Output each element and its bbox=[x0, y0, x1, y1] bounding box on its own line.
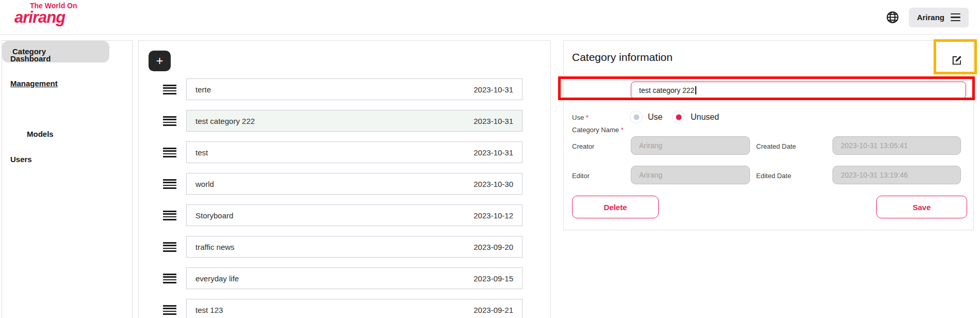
user-menu-label: Arirang bbox=[917, 13, 944, 22]
drag-handle-icon[interactable] bbox=[163, 242, 176, 252]
sidebar-item-models[interactable]: Models bbox=[27, 130, 54, 138]
category-row-date: 2023-09-15 bbox=[473, 274, 513, 283]
created-date-label: Created Date bbox=[756, 142, 796, 150]
category-row[interactable]: test 1232023-09-21 bbox=[163, 299, 522, 318]
use-label: Use * bbox=[572, 114, 589, 121]
arirang-logo[interactable]: The World On arirang bbox=[14, 2, 77, 25]
radio-unused[interactable] bbox=[672, 110, 685, 123]
required-asterisk: * bbox=[621, 126, 624, 134]
save-button[interactable]: Save bbox=[876, 196, 967, 218]
panel-title: Category information bbox=[572, 51, 673, 63]
category-row-name: test category 222 bbox=[195, 117, 255, 125]
category-row-date: 2023-10-31 bbox=[473, 85, 513, 94]
category-row[interactable]: terte2023-10-31 bbox=[163, 78, 522, 100]
category-information-panel: Category information Category Name * tes… bbox=[563, 40, 974, 230]
drag-handle-icon[interactable] bbox=[163, 148, 176, 157]
category-row-name: everyday life bbox=[195, 274, 239, 283]
drag-handle-icon[interactable] bbox=[163, 274, 176, 283]
hamburger-icon bbox=[951, 13, 960, 21]
category-row-name: test 123 bbox=[195, 306, 223, 314]
editor-label: Editor bbox=[572, 172, 590, 180]
creator-label: Creator bbox=[572, 142, 594, 150]
editor-input: Arirang bbox=[631, 166, 750, 184]
category-row-name: Storyboard bbox=[195, 211, 233, 220]
sidebar-item-users[interactable]: Users bbox=[10, 155, 32, 164]
edit-button[interactable] bbox=[951, 54, 963, 67]
category-row[interactable]: test2023-10-31 bbox=[163, 141, 522, 163]
user-menu-button[interactable]: Arirang bbox=[909, 8, 969, 27]
delete-button[interactable]: Delete bbox=[572, 196, 659, 218]
category-row-date: 2023-10-12 bbox=[473, 211, 513, 220]
category-list-panel: + terte2023-10-31 test category 2222023-… bbox=[138, 40, 551, 318]
add-category-button[interactable]: + bbox=[149, 51, 171, 71]
edit-pencil-icon bbox=[951, 54, 963, 67]
required-asterisk: * bbox=[586, 114, 589, 121]
drag-handle-icon[interactable] bbox=[163, 305, 176, 315]
drag-handle-icon[interactable] bbox=[163, 211, 176, 220]
drag-handle-icon[interactable] bbox=[163, 179, 176, 189]
sidebar-nav: Dashboard Management Category Models Use… bbox=[2, 40, 133, 318]
text-cursor bbox=[695, 86, 696, 94]
category-row-date: 2023-09-20 bbox=[473, 243, 513, 251]
header-actions: Arirang bbox=[886, 0, 969, 35]
logo-wordmark: arirang bbox=[14, 10, 77, 25]
app-header: The World On arirang Arirang bbox=[0, 0, 980, 35]
edited-date-input: 2023-10-31 13:19:46 bbox=[832, 166, 961, 184]
radio-unused-label: Unused bbox=[691, 113, 719, 122]
category-row-selected[interactable]: test category 2222023-10-31 bbox=[163, 110, 522, 132]
created-date-input: 2023-10-31 13:05:41 bbox=[832, 136, 961, 155]
category-name-input[interactable]: test category 222 bbox=[631, 82, 966, 99]
category-row-name: test bbox=[195, 148, 208, 157]
sidebar-item-management[interactable]: Management bbox=[10, 79, 58, 88]
category-name-label: Category Name * bbox=[572, 126, 624, 134]
category-row-date: 2023-09-21 bbox=[473, 306, 513, 314]
radio-use[interactable] bbox=[630, 110, 643, 123]
category-row-date: 2023-10-31 bbox=[473, 148, 513, 157]
drag-handle-icon[interactable] bbox=[163, 85, 176, 94]
category-row[interactable]: traffic news2023-09-20 bbox=[163, 236, 522, 258]
category-row[interactable]: Storyboard2023-10-12 bbox=[163, 204, 522, 226]
category-row-name: world bbox=[195, 180, 214, 188]
globe-icon[interactable] bbox=[886, 10, 900, 24]
category-row-date: 2023-10-30 bbox=[473, 180, 513, 188]
creator-input: Arirang bbox=[631, 136, 750, 155]
sidebar-item-dashboard[interactable]: Dashboard bbox=[10, 54, 51, 63]
category-row-date: 2023-10-31 bbox=[473, 117, 513, 125]
category-row[interactable]: world2023-10-30 bbox=[163, 173, 522, 195]
edited-date-label: Edited Date bbox=[756, 172, 791, 180]
category-row[interactable]: everyday life2023-09-15 bbox=[163, 267, 522, 289]
drag-handle-icon[interactable] bbox=[163, 116, 176, 126]
category-row-name: traffic news bbox=[195, 243, 235, 251]
category-row-name: terte bbox=[195, 85, 211, 94]
category-name-value: test category 222 bbox=[639, 86, 694, 94]
radio-use-label: Use bbox=[648, 113, 662, 122]
